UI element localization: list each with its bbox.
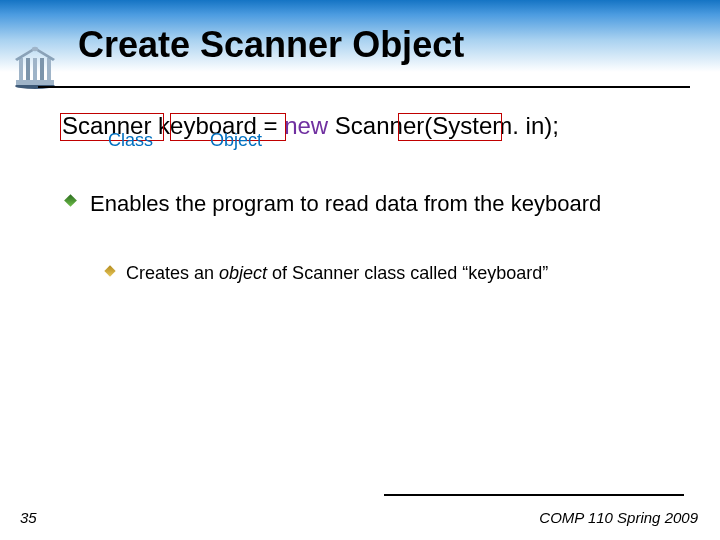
bullet2-text-em: object: [219, 263, 267, 283]
svg-rect-6: [47, 58, 51, 80]
svg-rect-2: [19, 58, 23, 80]
logo-unc-well-icon: [12, 44, 58, 90]
svg-point-7: [32, 47, 38, 51]
svg-rect-4: [33, 58, 37, 80]
svg-rect-3: [26, 58, 30, 80]
course-label: COMP 110 Spring 2009: [539, 509, 698, 526]
bullet2-text-pre: Creates an: [126, 263, 219, 283]
code-keyword-new: new: [284, 112, 328, 139]
page-number: 35: [20, 509, 37, 526]
bullet2-text-post: of Scanner class called “keyboard”: [267, 263, 548, 283]
label-class: Class: [108, 130, 153, 151]
slide-title: Create Scanner Object: [78, 24, 464, 66]
bullet-level1: Enables the program to read data from th…: [90, 190, 670, 218]
highlight-box-ctor: [398, 113, 502, 141]
bullet-level2: Creates an object of Scanner class calle…: [126, 262, 666, 285]
slide: Create Scanner Object Scanner keyboard =…: [0, 0, 720, 540]
title-rule: [38, 86, 690, 88]
svg-rect-5: [40, 58, 44, 80]
bullet1-text: Enables the program to read data from th…: [90, 191, 601, 216]
svg-rect-1: [16, 80, 54, 85]
label-object: Object: [210, 130, 262, 151]
footer-rule: [384, 494, 684, 496]
bullet-diamond-icon: [104, 265, 115, 276]
bullet-diamond-icon: [64, 194, 77, 207]
